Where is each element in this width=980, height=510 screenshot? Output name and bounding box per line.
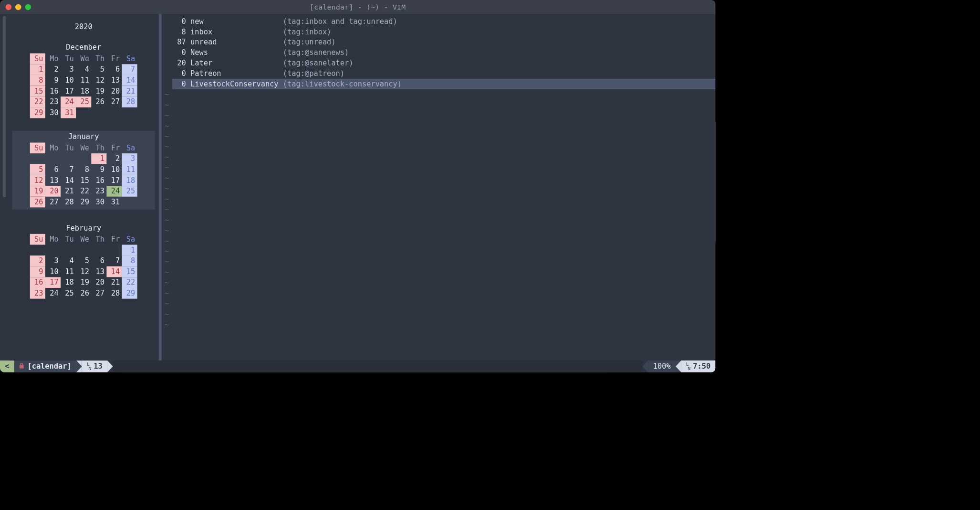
calendar-month[interactable]: DecemberSuMoTuWeThFrSa123456789101112131… [12, 41, 155, 118]
calendar-day[interactable]: 9 [45, 75, 61, 86]
search-row[interactable]: 20Later (tag:@sanelater) [172, 58, 716, 68]
scrollbar-thumb[interactable] [2, 16, 6, 198]
close-icon[interactable] [6, 4, 11, 10]
calendar-day[interactable]: 12 [76, 266, 91, 277]
calendar-day[interactable]: 16 [30, 277, 45, 288]
calendar-day[interactable]: 13 [45, 175, 61, 186]
calendar-day[interactable]: 14 [61, 175, 76, 186]
calendar-day[interactable]: 27 [91, 288, 106, 299]
calendar-day[interactable]: 16 [45, 85, 61, 96]
calendar-day[interactable]: 10 [45, 266, 61, 277]
calendar-day[interactable]: 23 [91, 186, 106, 197]
zoom-icon[interactable] [25, 4, 31, 10]
calendar-day[interactable]: 2 [30, 255, 45, 266]
notmuch-hello[interactable]: 0new (tag:inbox and tag:unread)8inbox (t… [172, 14, 716, 361]
calendar-day[interactable]: 8 [122, 255, 137, 266]
calendar-day[interactable]: 8 [30, 75, 45, 86]
calendar-day[interactable]: 8 [76, 164, 91, 175]
calendar-day[interactable]: 11 [76, 75, 91, 86]
calendar-day[interactable]: 9 [91, 164, 106, 175]
calendar-day[interactable]: 19 [76, 277, 91, 288]
calendar-day[interactable]: 29 [30, 107, 45, 118]
scrollbar[interactable] [0, 14, 9, 361]
calendar-day[interactable]: 11 [61, 266, 76, 277]
calendar-day[interactable]: 3 [61, 64, 76, 75]
calendar-day[interactable]: 15 [30, 85, 45, 96]
calendar-day[interactable]: 29 [76, 197, 91, 208]
calendar-day[interactable]: 21 [122, 85, 137, 96]
calendar-day[interactable]: 15 [76, 175, 91, 186]
calendar-day[interactable]: 2 [106, 153, 122, 164]
calendar-day[interactable]: 4 [61, 255, 76, 266]
calendar-day[interactable]: 6 [91, 255, 106, 266]
calendar-day[interactable]: 12 [91, 75, 106, 86]
calendar-day[interactable]: 24 [106, 186, 122, 197]
search-row[interactable]: 0new (tag:inbox and tag:unread) [172, 16, 716, 27]
calendar-day[interactable]: 17 [61, 85, 76, 96]
calendar-day[interactable]: 6 [45, 164, 61, 175]
calendar-day[interactable]: 14 [122, 75, 137, 86]
calendar-day[interactable]: 29 [122, 288, 137, 299]
calendar-day[interactable]: 28 [122, 96, 137, 107]
search-row[interactable]: 8inbox (tag:inbox) [172, 26, 716, 37]
calendar-day[interactable]: 14 [106, 266, 122, 277]
calendar-day[interactable]: 7 [61, 164, 76, 175]
calendar-day[interactable]: 22 [76, 186, 91, 197]
calendar-day[interactable]: 1 [91, 153, 106, 164]
calendar-day[interactable]: 21 [106, 277, 122, 288]
calendar-day[interactable]: 30 [91, 197, 106, 208]
calendar-day[interactable]: 4 [76, 64, 91, 75]
calendar-day[interactable]: 26 [30, 197, 45, 208]
calendar-day[interactable]: 13 [91, 266, 106, 277]
calendar-day[interactable]: 31 [61, 107, 76, 118]
calendar-day[interactable]: 13 [106, 75, 122, 86]
search-row[interactable]: 0LivestockConservancy (tag:livestock-con… [172, 79, 716, 89]
calendar-day[interactable]: 27 [45, 197, 61, 208]
calendar-day[interactable]: 28 [106, 288, 122, 299]
calendar-day[interactable]: 6 [106, 64, 122, 75]
calendar-day[interactable]: 20 [106, 85, 122, 96]
calendar-day[interactable]: 17 [106, 175, 122, 186]
calendar-day[interactable]: 10 [61, 75, 76, 86]
calendar-day[interactable]: 20 [45, 186, 61, 197]
calendar-day[interactable]: 30 [45, 107, 61, 118]
calendar-day[interactable]: 20 [91, 277, 106, 288]
minimize-icon[interactable] [15, 4, 21, 10]
calendar-day[interactable]: 16 [91, 175, 106, 186]
calendar-day[interactable]: 22 [122, 277, 137, 288]
calendar-day[interactable]: 28 [61, 197, 76, 208]
calendar-month[interactable]: JanuarySuMoTuWeThFrSa1235678910111213141… [12, 130, 155, 209]
calendar-day[interactable]: 26 [91, 96, 106, 107]
calendar-day[interactable]: 18 [61, 277, 76, 288]
main-buffer[interactable]: ~~~~~~~~~~~~~~~~~~~~~~~~~~~~~~ 0new (tag… [162, 14, 716, 361]
calendar-day[interactable]: 18 [76, 85, 91, 96]
calendar-day[interactable]: 2 [45, 64, 61, 75]
calendar-day[interactable]: 9 [30, 266, 45, 277]
calendar-day[interactable]: 27 [106, 96, 122, 107]
calendar-month[interactable]: FebruarySuMoTuWeThFrSa123456789101112131… [12, 222, 155, 299]
calendar-day[interactable]: 19 [30, 186, 45, 197]
calendar-day[interactable]: 15 [122, 266, 137, 277]
calendar-day[interactable]: 23 [30, 288, 45, 299]
calendar-day[interactable]: 5 [30, 164, 45, 175]
calendar-day[interactable]: 1 [30, 64, 45, 75]
calendar-day[interactable]: 24 [61, 96, 76, 107]
calendar-day[interactable]: 7 [106, 255, 122, 266]
calendar-sidebar[interactable]: 2020 DecemberSuMoTuWeThFrSa1234567891011… [9, 14, 162, 361]
calendar-day[interactable]: 23 [45, 96, 61, 107]
calendar-day[interactable]: 25 [61, 288, 76, 299]
calendar-day[interactable]: 19 [91, 85, 106, 96]
calendar-day[interactable]: 24 [45, 288, 61, 299]
calendar-day[interactable]: 5 [91, 64, 106, 75]
calendar-day[interactable]: 18 [122, 175, 137, 186]
search-row[interactable]: 87unread (tag:unread) [172, 37, 716, 47]
calendar-day[interactable]: 31 [106, 197, 122, 208]
search-row[interactable]: 0News (tag:@sanenews) [172, 47, 716, 58]
calendar-day[interactable]: 1 [122, 244, 137, 255]
calendar-day[interactable]: 22 [30, 96, 45, 107]
calendar-day[interactable]: 17 [45, 277, 61, 288]
search-row[interactable]: 0Patreon (tag:@patreon) [172, 68, 716, 79]
calendar-day[interactable]: 10 [106, 164, 122, 175]
calendar-day[interactable]: 12 [30, 175, 45, 186]
calendar-day[interactable]: 11 [122, 164, 137, 175]
